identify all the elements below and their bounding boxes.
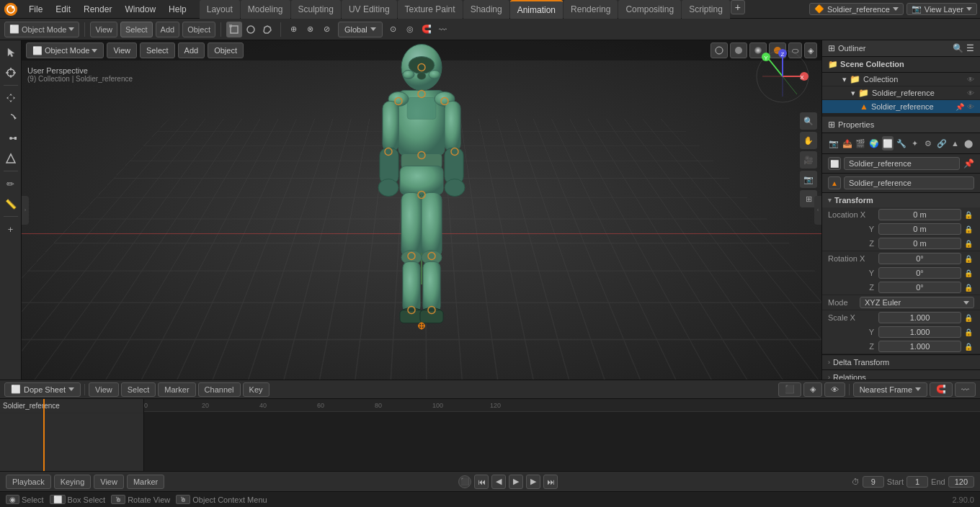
rotate-tool-btn[interactable]	[1, 109, 20, 127]
keying-menu-btn[interactable]: Keying	[54, 475, 92, 489]
engine-selector[interactable]: 🔶 Soldier_reference	[809, 3, 904, 15]
outliner-item-soldier-folder[interactable]: ▾ 📁 Soldier_reference 👁	[822, 86, 980, 100]
scale-x-lock[interactable]: 🔒	[963, 312, 974, 323]
play-btn[interactable]: ▶	[509, 475, 523, 489]
ds-only-selected-btn[interactable]: ◈	[803, 382, 822, 397]
prop-type-dropdown[interactable]: ⬜	[828, 157, 841, 170]
relations-header[interactable]: › Relations	[822, 370, 980, 380]
collection-visibility-icon[interactable]: 👁	[967, 76, 974, 84]
scale-z-value[interactable]: 1.000	[878, 341, 961, 352]
prop-physics-icon[interactable]: ⚙	[922, 136, 934, 151]
navigation-gizmo[interactable]: X Y Z	[754, 48, 811, 105]
scale-x-value[interactable]: 1.000	[878, 312, 961, 323]
outliner-item-soldier-mesh[interactable]: ▲ Soldier_reference 📌 👁	[822, 100, 980, 114]
prop-constraints-icon[interactable]: 🔗	[936, 136, 948, 151]
ds-filter-btn[interactable]: ⬛	[778, 382, 801, 397]
expand-right-handle[interactable]: ‹	[814, 196, 821, 225]
object-pin-icon[interactable]: 📌	[963, 158, 974, 169]
add-menu[interactable]: Add	[156, 22, 180, 37]
jump-end-btn[interactable]: ⏭	[543, 475, 558, 489]
add-btn[interactable]: +	[1, 220, 20, 238]
rotation-x-value[interactable]: 0°	[878, 253, 961, 264]
delta-transform-header[interactable]: › Delta Transform	[822, 355, 980, 369]
snap-mode-selector[interactable]: Nearest Frame	[853, 382, 927, 397]
object-name-field[interactable]: Soldier_reference	[844, 157, 960, 170]
ds-channel-btn[interactable]: Channel	[198, 382, 241, 397]
measure-btn[interactable]: 📏	[1, 194, 20, 213]
rotation-z-value[interactable]: 0°	[878, 282, 961, 293]
shading-solid-btn[interactable]	[730, 42, 747, 58]
pivot-icon[interactable]: ⊙	[386, 22, 401, 37]
ds-key-btn[interactable]: Key	[243, 382, 270, 397]
rotation-y-lock[interactable]: 🔒	[963, 267, 974, 279]
menu-file[interactable]: File	[23, 3, 48, 16]
soldier-folder-visibility-icon[interactable]: 👁	[967, 89, 974, 97]
playback-marker-btn[interactable]: Marker	[127, 475, 164, 489]
tab-modeling[interactable]: Modeling	[241, 0, 290, 19]
prop-data-icon[interactable]: ▲	[950, 136, 961, 151]
tab-sculpting[interactable]: Sculpting	[291, 0, 341, 19]
view-menu[interactable]: View	[90, 22, 117, 37]
prop-particles-icon[interactable]: ✦	[909, 136, 920, 151]
transform-tool-btn[interactable]	[1, 149, 20, 168]
start-frame[interactable]: 1	[906, 476, 928, 488]
select-box-icon[interactable]	[226, 22, 242, 37]
outliner-filter-icon[interactable]: ☰	[966, 43, 974, 53]
pan-icon[interactable]: ✋	[800, 132, 817, 149]
viewport-add-btn[interactable]: Add	[178, 42, 205, 58]
prop-world-icon[interactable]: 🌍	[868, 136, 880, 151]
mode-selector[interactable]: ⬜ Object Mode	[4, 22, 79, 37]
menu-help[interactable]: Help	[163, 3, 192, 16]
outliner-search-icon[interactable]: 🔍	[953, 43, 963, 53]
select-circle-icon[interactable]	[243, 22, 259, 37]
viewport-3d[interactable]: ⬜ Object Mode View Select Add Object	[22, 40, 821, 380]
move-tool-btn[interactable]	[1, 89, 20, 107]
prop-modifier-icon[interactable]: 🔧	[896, 136, 907, 151]
transform-section-header[interactable]: ▾ Transform	[822, 193, 980, 207]
snap-icon[interactable]: 🧲	[419, 22, 435, 37]
object-menu[interactable]: Object	[182, 22, 215, 37]
select-menu[interactable]: Select	[120, 22, 153, 37]
select-tool-btn[interactable]	[1, 43, 20, 62]
ds-type-selector[interactable]: ⬜ Dope Sheet	[4, 382, 81, 397]
ds-marker-btn[interactable]: Marker	[158, 382, 195, 397]
camera-view-icon[interactable]: 🎥	[800, 151, 817, 169]
menu-render[interactable]: Render	[78, 3, 117, 16]
menu-edit[interactable]: Edit	[50, 3, 76, 16]
viewport-mode-btn[interactable]: ⬜ Object Mode	[26, 42, 104, 58]
ds-show-hidden-btn[interactable]: 👁	[824, 382, 845, 397]
cursor-tool-btn[interactable]	[1, 63, 20, 82]
view-layer-selector[interactable]: 📷 View Layer	[906, 3, 977, 15]
next-frame-btn[interactable]: ▶	[526, 475, 540, 489]
location-z-value[interactable]: 0 m	[878, 238, 961, 249]
tab-shading[interactable]: Shading	[463, 0, 509, 19]
zoom-in-icon[interactable]: 🔍	[800, 112, 817, 130]
prop-output-icon[interactable]: 📤	[842, 136, 853, 151]
annotate-btn[interactable]: ✏	[1, 174, 20, 193]
prop-scene-icon[interactable]: 🎬	[855, 136, 866, 151]
scale-z-lock[interactable]: 🔒	[963, 341, 974, 352]
prop-render-icon[interactable]: 📷	[828, 136, 839, 151]
soldier-pin-icon[interactable]: 📌	[956, 103, 964, 111]
prop-object-icon[interactable]: ⬜	[882, 136, 894, 151]
shading-wireframe-btn[interactable]	[710, 42, 728, 58]
prev-frame-btn[interactable]: ◀	[491, 475, 506, 489]
rotation-mode-dropdown[interactable]: XYZ Euler	[860, 297, 974, 308]
viewport-view-btn[interactable]: View	[107, 42, 137, 58]
playback-view-btn[interactable]: View	[94, 475, 124, 489]
viewport-select-btn[interactable]: Select	[140, 42, 175, 58]
location-y-lock[interactable]: 🔒	[963, 223, 974, 235]
jump-start-btn[interactable]: ⏮	[474, 475, 489, 489]
camera-local-icon[interactable]: 📷	[800, 171, 817, 188]
soldier-visibility-icon[interactable]: 👁	[967, 103, 974, 111]
scale-y-lock[interactable]: 🔒	[963, 326, 974, 338]
end-frame[interactable]: 120	[948, 476, 974, 488]
tab-uv-editing[interactable]: UV Editing	[342, 0, 397, 19]
ds-select-btn[interactable]: Select	[121, 382, 156, 397]
gizmo-icon-3[interactable]: ⊘	[319, 22, 335, 37]
scale-tool-btn[interactable]	[1, 129, 20, 148]
location-z-lock[interactable]: 🔒	[963, 238, 974, 249]
add-workspace-button[interactable]: +	[731, 0, 745, 14]
gizmo-icon-2[interactable]: ⊗	[303, 22, 318, 37]
tab-texture-paint[interactable]: Texture Paint	[398, 0, 463, 19]
